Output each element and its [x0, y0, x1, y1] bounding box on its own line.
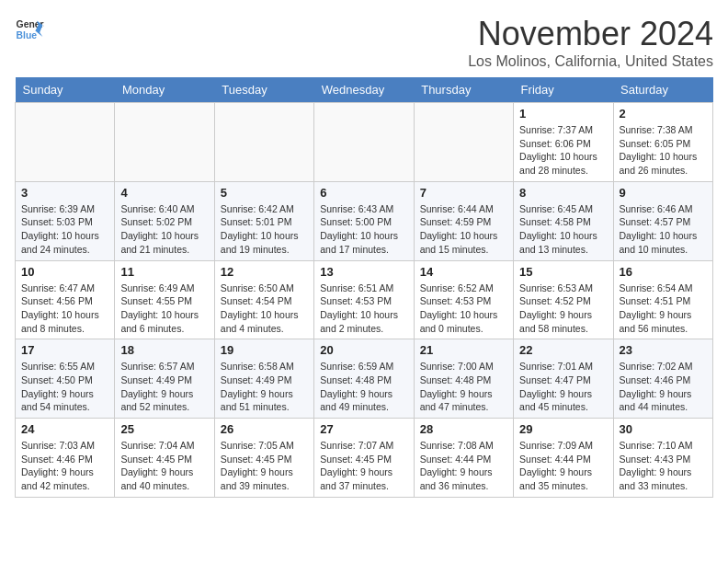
- day-number: 6: [320, 186, 407, 200]
- day-detail: Sunrise: 6:40 AMSunset: 5:02 PMDaylight:…: [120, 202, 208, 257]
- day-detail: Sunrise: 6:52 AMSunset: 4:53 PMDaylight:…: [420, 282, 507, 336]
- day-detail: Sunrise: 7:04 AMSunset: 4:45 PMDaylight:…: [120, 439, 208, 493]
- day-detail: Sunrise: 6:59 AMSunset: 4:48 PMDaylight:…: [320, 360, 407, 414]
- day-number: 30: [620, 422, 707, 436]
- calendar-cell: 19Sunrise: 6:58 AMSunset: 4:49 PMDayligh…: [214, 339, 313, 419]
- calendar-cell: [16, 103, 115, 182]
- calendar-cell: 24Sunrise: 7:03 AMSunset: 4:46 PMDayligh…: [16, 419, 115, 498]
- day-number: 16: [620, 265, 707, 279]
- month-title: November 2024: [468, 15, 713, 53]
- logo-icon: General Blue: [15, 15, 44, 44]
- calendar-cell: 23Sunrise: 7:02 AMSunset: 4:46 PMDayligh…: [613, 339, 712, 419]
- day-number: 17: [21, 343, 108, 357]
- day-number: 13: [320, 265, 407, 279]
- day-detail: Sunrise: 6:42 AMSunset: 5:01 PMDaylight:…: [221, 202, 308, 257]
- day-number: 19: [221, 343, 308, 357]
- day-number: 4: [120, 186, 208, 200]
- day-number: 9: [620, 186, 707, 200]
- location-title: Los Molinos, California, United States: [468, 53, 713, 70]
- calendar-week-4: 17Sunrise: 6:55 AMSunset: 4:50 PMDayligh…: [16, 339, 713, 419]
- calendar-cell: 30Sunrise: 7:10 AMSunset: 4:43 PMDayligh…: [613, 419, 712, 498]
- calendar-cell: 17Sunrise: 6:55 AMSunset: 4:50 PMDayligh…: [16, 339, 115, 419]
- day-detail: Sunrise: 7:05 AMSunset: 4:45 PMDaylight:…: [221, 439, 308, 493]
- day-detail: Sunrise: 7:07 AMSunset: 4:45 PMDaylight:…: [320, 439, 407, 493]
- day-number: 12: [221, 265, 308, 279]
- day-detail: Sunrise: 6:47 AMSunset: 4:56 PMDaylight:…: [21, 282, 108, 336]
- calendar-cell: 2Sunrise: 7:38 AMSunset: 6:05 PMDaylight…: [613, 103, 712, 182]
- calendar-cell: 14Sunrise: 6:52 AMSunset: 4:53 PMDayligh…: [414, 260, 513, 339]
- day-number: 2: [620, 107, 707, 121]
- day-detail: Sunrise: 7:37 AMSunset: 6:06 PMDaylight:…: [519, 123, 607, 178]
- day-number: 8: [519, 186, 607, 200]
- day-detail: Sunrise: 7:03 AMSunset: 4:46 PMDaylight:…: [21, 439, 108, 493]
- day-detail: Sunrise: 6:46 AMSunset: 4:57 PMDaylight:…: [620, 202, 707, 257]
- calendar-week-3: 10Sunrise: 6:47 AMSunset: 4:56 PMDayligh…: [16, 260, 713, 339]
- calendar-cell: 11Sunrise: 6:49 AMSunset: 4:55 PMDayligh…: [115, 260, 214, 339]
- day-detail: Sunrise: 6:45 AMSunset: 4:58 PMDaylight:…: [519, 202, 607, 257]
- day-detail: Sunrise: 6:55 AMSunset: 4:50 PMDaylight:…: [21, 360, 108, 414]
- weekday-header-tuesday: Tuesday: [214, 77, 313, 103]
- logo: General Blue: [15, 15, 44, 44]
- calendar-cell: 20Sunrise: 6:59 AMSunset: 4:48 PMDayligh…: [314, 339, 414, 419]
- svg-text:Blue: Blue: [17, 30, 38, 40]
- day-detail: Sunrise: 6:44 AMSunset: 4:59 PMDaylight:…: [420, 202, 507, 257]
- day-detail: Sunrise: 7:38 AMSunset: 6:05 PMDaylight:…: [620, 123, 707, 178]
- weekday-header-monday: Monday: [115, 77, 214, 103]
- calendar-cell: 13Sunrise: 6:51 AMSunset: 4:53 PMDayligh…: [314, 260, 414, 339]
- day-number: 3: [21, 186, 108, 200]
- weekday-header-saturday: Saturday: [613, 77, 712, 103]
- day-detail: Sunrise: 7:01 AMSunset: 4:47 PMDaylight:…: [519, 360, 607, 414]
- day-detail: Sunrise: 6:39 AMSunset: 5:03 PMDaylight:…: [21, 202, 108, 257]
- calendar-cell: 21Sunrise: 7:00 AMSunset: 4:48 PMDayligh…: [414, 339, 513, 419]
- day-detail: Sunrise: 6:43 AMSunset: 5:00 PMDaylight:…: [320, 202, 407, 257]
- day-number: 24: [21, 422, 108, 436]
- day-number: 14: [420, 265, 507, 279]
- day-number: 5: [221, 186, 308, 200]
- weekday-header-wednesday: Wednesday: [314, 77, 414, 103]
- day-number: 23: [620, 343, 707, 357]
- calendar-cell: 18Sunrise: 6:57 AMSunset: 4:49 PMDayligh…: [115, 339, 214, 419]
- calendar-cell: 15Sunrise: 6:53 AMSunset: 4:52 PMDayligh…: [514, 260, 613, 339]
- calendar-week-2: 3Sunrise: 6:39 AMSunset: 5:03 PMDaylight…: [16, 181, 713, 260]
- calendar-cell: [314, 103, 414, 182]
- calendar-cell: 26Sunrise: 7:05 AMSunset: 4:45 PMDayligh…: [214, 419, 313, 498]
- calendar-cell: 29Sunrise: 7:09 AMSunset: 4:44 PMDayligh…: [514, 419, 613, 498]
- day-number: 18: [120, 343, 208, 357]
- day-detail: Sunrise: 7:00 AMSunset: 4:48 PMDaylight:…: [420, 360, 507, 414]
- calendar-week-5: 24Sunrise: 7:03 AMSunset: 4:46 PMDayligh…: [16, 419, 713, 498]
- day-detail: Sunrise: 6:54 AMSunset: 4:51 PMDaylight:…: [620, 282, 707, 336]
- day-number: 15: [519, 265, 607, 279]
- weekday-header-friday: Friday: [514, 77, 613, 103]
- day-detail: Sunrise: 6:51 AMSunset: 4:53 PMDaylight:…: [320, 282, 407, 336]
- calendar-cell: 5Sunrise: 6:42 AMSunset: 5:01 PMDaylight…: [214, 181, 313, 260]
- day-detail: Sunrise: 7:09 AMSunset: 4:44 PMDaylight:…: [519, 439, 607, 493]
- day-number: 26: [221, 422, 308, 436]
- day-detail: Sunrise: 6:58 AMSunset: 4:49 PMDaylight:…: [221, 360, 308, 414]
- calendar-cell: 12Sunrise: 6:50 AMSunset: 4:54 PMDayligh…: [214, 260, 313, 339]
- title-area: November 2024 Los Molinos, California, U…: [468, 15, 713, 70]
- day-number: 28: [420, 422, 507, 436]
- day-number: 22: [519, 343, 607, 357]
- calendar-cell: 8Sunrise: 6:45 AMSunset: 4:58 PMDaylight…: [514, 181, 613, 260]
- day-number: 11: [120, 265, 208, 279]
- day-detail: Sunrise: 7:02 AMSunset: 4:46 PMDaylight:…: [620, 360, 707, 414]
- calendar-cell: 10Sunrise: 6:47 AMSunset: 4:56 PMDayligh…: [16, 260, 115, 339]
- calendar-cell: 4Sunrise: 6:40 AMSunset: 5:02 PMDaylight…: [115, 181, 214, 260]
- calendar-cell: 28Sunrise: 7:08 AMSunset: 4:44 PMDayligh…: [414, 419, 513, 498]
- day-number: 20: [320, 343, 407, 357]
- calendar-cell: 9Sunrise: 6:46 AMSunset: 4:57 PMDaylight…: [613, 181, 712, 260]
- calendar-cell: 22Sunrise: 7:01 AMSunset: 4:47 PMDayligh…: [514, 339, 613, 419]
- calendar-cell: 7Sunrise: 6:44 AMSunset: 4:59 PMDaylight…: [414, 181, 513, 260]
- day-number: 1: [519, 107, 607, 121]
- day-detail: Sunrise: 6:50 AMSunset: 4:54 PMDaylight:…: [221, 282, 308, 336]
- day-detail: Sunrise: 7:08 AMSunset: 4:44 PMDaylight:…: [420, 439, 507, 493]
- calendar-cell: 16Sunrise: 6:54 AMSunset: 4:51 PMDayligh…: [613, 260, 712, 339]
- day-detail: Sunrise: 6:53 AMSunset: 4:52 PMDaylight:…: [519, 282, 607, 336]
- header: General Blue November 2024 Los Molinos, …: [15, 15, 713, 70]
- day-number: 29: [519, 422, 607, 436]
- calendar-cell: [414, 103, 513, 182]
- day-number: 7: [420, 186, 507, 200]
- day-number: 27: [320, 422, 407, 436]
- calendar-cell: 3Sunrise: 6:39 AMSunset: 5:03 PMDaylight…: [16, 181, 115, 260]
- day-number: 10: [21, 265, 108, 279]
